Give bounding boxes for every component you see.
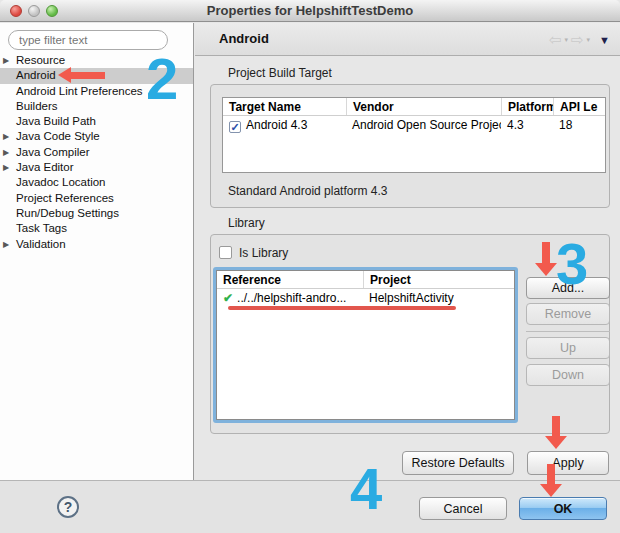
sidebar-item-project-references[interactable]: Project References [0, 191, 193, 206]
column-vendor[interactable]: Vendor [346, 98, 501, 115]
green-check-icon: ✔ [223, 291, 233, 305]
library-table-header: Reference Project [217, 271, 514, 289]
button-divider [526, 331, 610, 332]
build-target-group-label: Project Build Target [228, 66, 332, 80]
platform-cell: 4.3 [501, 116, 553, 134]
forward-dropdown-icon[interactable]: ▾ [587, 36, 591, 44]
build-target-table: Target Name Vendor Platform API Le ✓Andr… [222, 97, 606, 173]
step4-number-annotation: 4 [350, 460, 382, 518]
properties-dialog: Properties for HelpshiftTestDemo ▶Resour… [0, 0, 620, 533]
sidebar-item-java-build-path[interactable]: Java Build Path [0, 114, 193, 129]
expander-icon[interactable]: ▶ [3, 145, 14, 160]
up-button[interactable]: Up [526, 337, 610, 359]
api-level-cell: 18 [553, 116, 605, 134]
sidebar-item-task-tags[interactable]: Task Tags [0, 221, 193, 236]
sidebar-item-java-code-style[interactable]: ▶Java Code Style [0, 129, 193, 144]
project-cell: HelpshiftActivity [363, 289, 510, 307]
reference-cell: ../../helpshift-andro... [237, 291, 346, 305]
remove-button[interactable]: Remove [526, 303, 610, 325]
help-button[interactable]: ? [57, 496, 79, 518]
table-row[interactable]: ✔../../helpshift-andro... HelpshiftActiv… [217, 289, 514, 307]
column-api-level[interactable]: API Le [553, 98, 605, 115]
checked-checkbox-icon[interactable]: ✓ [229, 121, 241, 133]
step3-number-annotation: 3 [556, 235, 588, 293]
library-group-label: Library [228, 216, 265, 230]
is-library-checkbox[interactable] [219, 246, 232, 259]
is-library-label: Is Library [239, 246, 288, 260]
vendor-cell: Android Open Source Project [346, 116, 501, 134]
step2-number-annotation: 2 [146, 50, 178, 108]
library-table-focus-ring: Reference Project ✔../../helpshift-andro… [213, 267, 518, 423]
sidebar-item-java-compiler[interactable]: ▶Java Compiler [0, 145, 193, 160]
apply-arrow-annotation [545, 416, 567, 449]
target-name-cell: Android 4.3 [246, 118, 307, 132]
expander-icon[interactable]: ▶ [3, 237, 14, 252]
cancel-button[interactable]: Cancel [419, 497, 507, 520]
filter-input[interactable] [8, 30, 168, 50]
ok-arrow-annotation [540, 464, 562, 497]
forward-icon[interactable]: ⇨ [571, 31, 584, 49]
build-target-table-header: Target Name Vendor Platform API Le [223, 98, 605, 116]
page-title: Android [219, 31, 269, 46]
column-target-name[interactable]: Target Name [223, 98, 346, 115]
sidebar-item-validation[interactable]: ▶Validation [0, 237, 193, 252]
build-target-description: Standard Android platform 4.3 [228, 184, 387, 198]
column-platform[interactable]: Platform [501, 98, 553, 115]
expander-icon[interactable]: ▶ [3, 129, 14, 144]
step3-arrow-annotation [535, 242, 557, 276]
sidebar-item-java-editor[interactable]: ▶Java Editor [0, 160, 193, 175]
restore-defaults-button[interactable]: Restore Defaults [402, 451, 514, 475]
library-table: Reference Project ✔../../helpshift-andro… [216, 270, 515, 420]
window-title: Properties for HelpshiftTestDemo [0, 3, 620, 18]
expander-icon[interactable]: ▶ [3, 53, 14, 68]
view-menu-icon[interactable]: ▼ [599, 34, 610, 46]
expander-icon[interactable]: ▶ [3, 160, 14, 175]
title-bar: Properties for HelpshiftTestDemo [0, 0, 620, 22]
step2-arrow-annotation [58, 67, 106, 83]
table-row[interactable]: ✓Android 4.3 Android Open Source Project… [223, 116, 605, 134]
sidebar-item-run-debug-settings[interactable]: Run/Debug Settings [0, 206, 193, 221]
red-underline-annotation [228, 306, 456, 310]
back-icon[interactable]: ⇦ [549, 31, 562, 49]
back-dropdown-icon[interactable]: ▾ [565, 36, 569, 44]
header-nav: ⇦ ▾ ⇨ ▾ ▼ [549, 31, 610, 49]
page-header: Android ⇦ ▾ ⇨ ▾ ▼ [195, 23, 620, 56]
column-reference[interactable]: Reference [217, 271, 363, 288]
column-project[interactable]: Project [363, 271, 510, 288]
sidebar-item-javadoc-location[interactable]: Javadoc Location [0, 175, 193, 190]
down-button[interactable]: Down [526, 364, 610, 386]
ok-button[interactable]: OK [519, 497, 607, 520]
